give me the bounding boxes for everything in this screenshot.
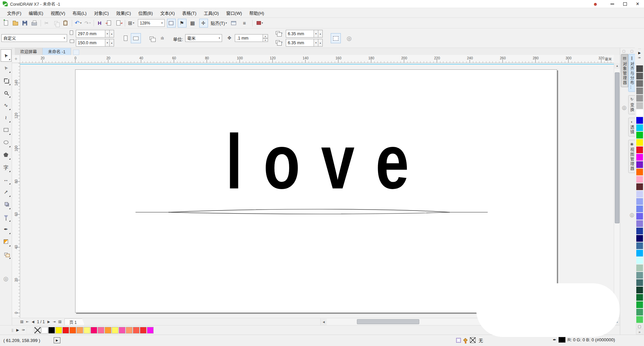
object-properties-icon[interactable]	[456, 338, 461, 343]
first-page-button[interactable]: ⇤	[26, 320, 29, 324]
last-page-button[interactable]: ⇥	[53, 320, 55, 324]
no-fill-swatch[interactable]	[470, 337, 476, 343]
palette-swatch[interactable]	[147, 327, 154, 334]
color-swatch[interactable]	[636, 183, 643, 190]
new-tab-button[interactable]	[73, 50, 79, 55]
docker-tab-lens[interactable]: ◐ 透镜	[628, 118, 636, 136]
dimension-tool[interactable]: ↔	[1, 173, 11, 186]
scroll-left-button[interactable]: ◀	[321, 319, 327, 325]
account-icon[interactable]: ☻	[590, 1, 600, 7]
palette-scroll-button[interactable]: ▢	[636, 324, 643, 329]
show-grid-button[interactable]: ▦	[189, 19, 197, 27]
connector-tool[interactable]: ⊸	[1, 186, 11, 198]
rectangle-tool[interactable]	[1, 124, 11, 136]
color-swatch[interactable]	[636, 154, 643, 161]
docker-tab-view-manager[interactable]: ◉ 视图管理器	[628, 140, 636, 173]
extrude-tool[interactable]	[1, 198, 11, 211]
docker-tab-align-distribute[interactable]: ∥ 对齐与分布…	[628, 54, 636, 92]
page-preset-combo[interactable]: 自定义▾	[1, 34, 67, 42]
color-swatch[interactable]	[636, 72, 643, 80]
color-swatch[interactable]	[636, 146, 643, 154]
snap-menu-button[interactable]: 贴齐(T)▾	[209, 19, 229, 27]
palette-swatch[interactable]	[133, 327, 140, 334]
color-swatch[interactable]	[636, 161, 643, 168]
nudge-distance-field[interactable]: .1 mm	[235, 34, 263, 42]
menu-item[interactable]: 文件(F)	[3, 8, 25, 17]
palette-swatch[interactable]	[76, 327, 83, 334]
vertical-ruler[interactable]: 140120100806040200 毫米	[12, 63, 20, 325]
undo-button[interactable]: ↶▾	[74, 19, 83, 27]
quick-customize-button[interactable]: ◎	[0, 275, 12, 282]
transparency-tool[interactable]	[1, 211, 11, 223]
menu-item[interactable]: 视图(V)	[47, 8, 69, 17]
color-swatch[interactable]	[636, 117, 643, 124]
menu-item[interactable]: 帮助(H)	[246, 8, 268, 17]
color-swatch[interactable]	[636, 190, 643, 198]
page-width-field[interactable]: 297.0 mm	[76, 30, 105, 38]
snap-toggle-button[interactable]: ✛	[199, 19, 208, 27]
palette-swatch[interactable]	[119, 327, 125, 334]
close-button[interactable]: ✕	[631, 0, 644, 8]
color-swatch[interactable]	[636, 168, 643, 176]
text-tool[interactable]: 字	[1, 161, 11, 173]
docker-tab-transform[interactable]: ↻ 变换	[628, 95, 636, 114]
color-swatch[interactable]	[636, 286, 643, 294]
color-swatch[interactable]	[636, 139, 643, 146]
color-swatch[interactable]	[636, 279, 643, 286]
palette-swatch[interactable]	[62, 327, 69, 334]
current-page-size-button[interactable]	[147, 33, 156, 43]
pick-tool[interactable]: ➤	[1, 49, 11, 62]
vertical-scrollbar[interactable]: ▲ ▼	[614, 63, 620, 318]
fullscreen-preview-button[interactable]	[167, 19, 176, 27]
page-height-spinner[interactable]: ▾▴	[105, 39, 114, 47]
palette-arrow-icon[interactable]: ▶	[638, 50, 641, 55]
duplicate-x-spinner[interactable]: ▾▴	[314, 30, 323, 38]
units-combo[interactable]: 毫米▾	[185, 34, 222, 42]
polygon-tool[interactable]	[1, 149, 11, 161]
menu-item[interactable]: 文本(X)	[157, 8, 178, 17]
color-swatch[interactable]	[636, 227, 643, 235]
drawing-canvas[interactable]: love	[20, 63, 614, 318]
duplicate-y-field[interactable]: 6.35 mm	[286, 39, 314, 47]
palette-grip[interactable]: ⋯	[638, 48, 641, 50]
palette-swatch[interactable]	[69, 327, 76, 334]
palette-arrow-icon[interactable]: ▶	[16, 328, 19, 332]
menu-item[interactable]: 位图(B)	[135, 8, 156, 17]
options-button[interactable]	[230, 19, 238, 27]
color-swatch[interactable]	[636, 176, 643, 183]
eyedropper-icon[interactable]: ✑	[638, 55, 641, 60]
palette-grip[interactable]: ⣿	[11, 329, 14, 332]
horizontal-ruler[interactable]: 2002040608010012014016018020022024026028…	[20, 55, 614, 63]
copy-button[interactable]	[52, 19, 61, 27]
next-page-button[interactable]: ▶	[48, 320, 50, 324]
docker-pin-icon[interactable]: ▢	[630, 49, 633, 53]
show-rulers-button[interactable]: ⚑	[178, 19, 186, 27]
crop-tool[interactable]	[1, 74, 11, 86]
paste-button[interactable]	[61, 19, 70, 27]
color-swatch[interactable]	[636, 242, 643, 249]
palette-expand-button[interactable]: »	[636, 329, 643, 335]
ellipse-tool[interactable]	[1, 136, 11, 149]
ruler-origin[interactable]: ✛	[12, 55, 20, 63]
fill-bucket-icon[interactable]	[463, 338, 468, 342]
menu-item[interactable]: 效果(C)	[112, 8, 135, 17]
freehand-tool[interactable]: ∿	[1, 99, 11, 111]
tab-untitled-1[interactable]: 未命名 -1	[43, 48, 71, 55]
eyedropper-icon[interactable]: ✑	[22, 328, 25, 332]
open-button[interactable]	[11, 19, 20, 27]
zoom-tool[interactable]	[1, 86, 11, 99]
portrait-button[interactable]	[121, 33, 129, 43]
landscape-button[interactable]	[131, 33, 141, 43]
horizontal-scroll-thumb[interactable]	[357, 319, 419, 324]
menu-item[interactable]: 对象(C)	[90, 8, 112, 17]
search-content-button[interactable]: H	[96, 19, 104, 27]
add-page-button[interactable]: ⊞	[58, 320, 62, 324]
menu-item[interactable]: 表格(T)	[178, 8, 200, 17]
color-swatch[interactable]	[636, 249, 643, 257]
customize-button[interactable]: ≡	[240, 19, 249, 27]
color-swatch[interactable]	[636, 124, 643, 131]
color-swatch[interactable]	[636, 257, 643, 264]
duplicate-x-field[interactable]: 6.35 mm	[286, 30, 314, 38]
color-swatch[interactable]	[636, 131, 643, 139]
docker-collapse-button[interactable]: ◎	[630, 212, 634, 218]
